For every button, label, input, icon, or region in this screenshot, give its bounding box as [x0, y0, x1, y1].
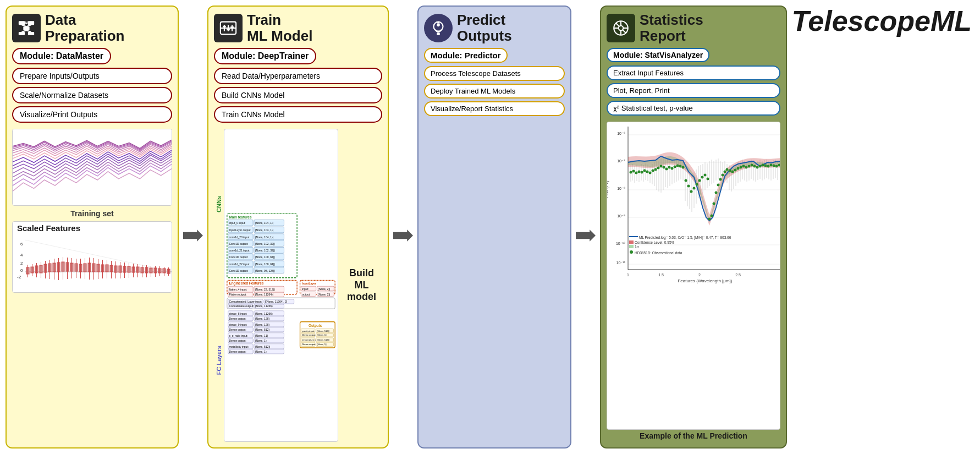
predict-outputs-panel: PredictOutputs Module: Predictor Process…: [417, 6, 571, 448]
svg-text:(None, 512)|: (None, 512)|: [317, 330, 329, 332]
svg-text:(None, 2)|: (None, 2)|: [318, 287, 330, 291]
svg-text:dense_9   input:: dense_9 input:: [229, 323, 247, 326]
svg-point-345: [734, 169, 737, 172]
svg-point-321: [674, 166, 676, 168]
svg-text:(None, 11266): (None, 11266): [255, 305, 273, 308]
feature-train-cnn: Train CNNs Model: [214, 106, 382, 123]
training-set-label: Training set: [12, 208, 172, 219]
svg-text:0: 0: [20, 268, 23, 273]
svg-point-305: [630, 171, 632, 174]
predict-header: PredictOutputs: [424, 12, 565, 43]
svg-text:InputLayer: InputLayer: [302, 282, 316, 286]
svg-text:(None, 512): (None, 512): [255, 328, 270, 331]
stats-icon: [607, 14, 635, 42]
svg-point-214: [619, 25, 624, 30]
feature-prepare: Prepare Inputs/Outputs: [12, 68, 172, 84]
svg-text:(None, 11264)|: (None, 11264)|: [255, 293, 273, 297]
svg-text:10⁻⁶: 10⁻⁶: [617, 132, 625, 135]
svg-text:(None, 11): (None, 11): [255, 334, 268, 337]
svg-text:input_0   input:: input_0 input:: [229, 222, 245, 225]
svg-point-325: [685, 179, 687, 182]
svg-text:conv1d_20  input:: conv1d_20 input:: [229, 236, 250, 239]
svg-rect-93: [230, 26, 234, 28]
svg-text:(None, 1): (None, 1): [255, 350, 267, 353]
svg-text:2: 2: [698, 273, 701, 277]
feature-deploy-models: Deploy Trained ML Models: [424, 84, 565, 99]
svg-text:10⁻¹⁰: 10⁻¹⁰: [616, 242, 625, 245]
svg-point-323: [679, 165, 682, 168]
svg-text:HD3651B: Observational data: HD3651B: Observational data: [635, 251, 682, 255]
svg-text:conv1d_22  input:: conv1d_22 input:: [229, 262, 250, 266]
svg-point-344: [731, 171, 734, 173]
train-ml-panel: TrainML Model Module: DeepTrainer Read D…: [207, 6, 389, 448]
scaled-features-label: Scaled Features: [13, 222, 172, 234]
svg-text:Dense       output:: Dense output:: [229, 350, 246, 353]
svg-point-358: [770, 164, 773, 167]
svg-marker-85: [183, 229, 203, 242]
feature-visualize-stats: Visualize/Report Statistics: [424, 101, 565, 116]
svg-point-312: [649, 172, 652, 174]
svg-point-320: [671, 167, 674, 170]
svg-text:10⁻⁹: 10⁻⁹: [617, 214, 625, 218]
app-title: TelescopeML: [792, 4, 972, 37]
svg-text:10⁻⁷: 10⁻⁷: [617, 159, 625, 163]
svg-point-319: [668, 166, 671, 169]
svg-point-360: [775, 165, 778, 168]
svg-point-354: [759, 165, 762, 168]
feature-chi-sq: χ² Statistical test, p-value: [607, 101, 780, 116]
svg-text:(None, 98, 128)|: (None, 98, 128)|: [255, 269, 275, 272]
svg-text:conv1d_21  input:: conv1d_21 input:: [229, 249, 250, 253]
svg-text:1σ: 1σ: [635, 245, 639, 249]
svg-text:Confidence Level: 0.95%: Confidence Level: 0.95%: [635, 240, 674, 244]
svg-text:(None, 512)|: (None, 512)|: [317, 339, 329, 342]
svg-text:dense_8   input:: dense_8 input:: [229, 312, 247, 315]
svg-line-7: [22, 30, 27, 32]
statvis-badge: Module: StatVisAnalyzer: [607, 48, 709, 62]
svg-point-359: [773, 165, 775, 167]
predict-title: PredictOutputs: [457, 12, 512, 43]
svg-rect-4: [28, 32, 34, 35]
svg-text:Flux (Fv): Flux (Fv): [607, 180, 609, 198]
svg-rect-92: [227, 29, 230, 30]
svg-text:InputLayer   output:: InputLayer output:: [229, 228, 251, 232]
svg-text:Flatten      output:: Flatten output:: [229, 293, 246, 297]
svg-text:Engineered Features: Engineered Features: [229, 282, 263, 286]
svg-text:Conv1D       output:: Conv1D output:: [229, 269, 248, 272]
svg-text:(None, 22, 512)|: (None, 22, 512)|: [255, 288, 275, 292]
svg-point-346: [737, 167, 740, 170]
data-prep-header: AI DataPreparation: [12, 12, 172, 43]
svg-point-337: [715, 192, 718, 194]
svg-rect-369: [629, 240, 634, 244]
svg-point-313: [652, 169, 654, 172]
deep-trainer-badge: Module: DeepTrainer: [214, 48, 316, 64]
svg-line-8: [26, 30, 31, 32]
svg-rect-3: [19, 32, 25, 35]
svg-rect-371: [629, 245, 634, 248]
svg-point-355: [762, 164, 764, 167]
svg-point-341: [724, 171, 726, 173]
svg-rect-221: [607, 122, 780, 285]
svg-point-309: [641, 171, 643, 174]
svg-text:1: 1: [627, 273, 629, 277]
svg-text:(None, 1)|: (None, 1)|: [317, 333, 327, 336]
svg-text:c_o_ratio   input:: c_o_ratio input:: [229, 334, 247, 337]
svg-point-333: [707, 178, 709, 180]
svg-text:(None, 1)|: (None, 1)|: [317, 343, 327, 346]
svg-point-348: [742, 165, 745, 168]
svg-text:(None, 102, 32)|: (None, 102, 32)|: [255, 249, 275, 253]
svg-point-340: [722, 174, 724, 177]
svg-line-219: [616, 23, 619, 26]
svg-rect-1: [28, 21, 34, 25]
svg-text:metallicity  input:: metallicity input:: [229, 345, 249, 348]
svg-text:4: 4: [20, 253, 23, 258]
svg-point-331: [701, 176, 704, 179]
feature-read-data: Read Data/Hyperparameters: [214, 68, 382, 84]
arrow-predict-to-stats: [576, 6, 596, 448]
svg-point-310: [643, 169, 646, 172]
svg-point-350: [748, 165, 751, 168]
svg-text:(None, 1): (None, 1): [255, 339, 267, 342]
svg-text:Dense output:: Dense output:: [302, 343, 316, 346]
svg-text:(None, 128): (None, 128): [255, 323, 270, 326]
svg-text:AI: AI: [24, 21, 28, 25]
svg-text:10⁻¹¹: 10⁻¹¹: [616, 261, 626, 265]
